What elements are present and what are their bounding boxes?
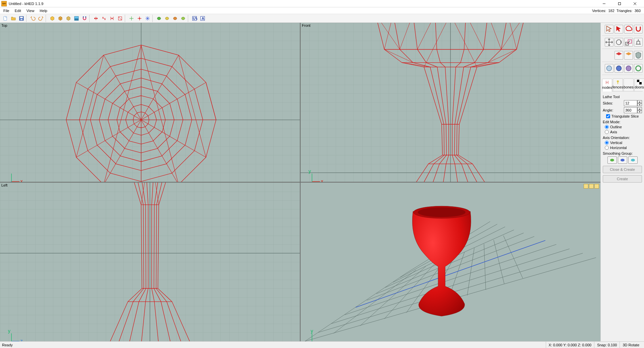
close-create-button[interactable]: Close & Create [603,166,642,173]
svg-text:z: z [20,338,22,341]
green-marker1-icon[interactable] [128,15,135,22]
select-red-arrow-icon[interactable] [614,25,623,33]
sphere4-icon[interactable] [634,64,643,73]
minimize-button[interactable] [596,0,612,7]
menu-edit[interactable]: Edit [12,8,24,13]
select-magnet-icon[interactable] [634,25,643,33]
move-icon[interactable] [605,38,613,47]
smoothing-blue-icon[interactable] [618,156,627,164]
open-file-icon[interactable] [10,15,17,22]
tab-fences[interactable]: fences [613,78,623,91]
select-arrow-icon[interactable] [605,25,613,33]
smoothing-green-icon[interactable] [607,156,617,164]
red-marker3-icon[interactable] [108,15,116,22]
orientation-horizontal-radio[interactable] [605,146,609,150]
angle-down[interactable]: ▼ [637,110,642,113]
angle-up[interactable]: ▲ [637,107,642,110]
svg-point-156 [607,66,612,71]
editmode-axis-radio[interactable] [605,130,609,134]
svg-point-167 [631,159,635,161]
svg-rect-9 [74,18,78,20]
svg-rect-41 [0,23,300,182]
create-button[interactable]: Create [603,175,642,183]
blue-cross-icon[interactable] [144,15,151,22]
viewport-top[interactable]: Top [0,23,300,182]
svg-point-16 [103,17,104,18]
magnet-icon[interactable] [81,15,88,22]
svg-point-159 [636,66,641,71]
tab-doors[interactable]: doors [634,78,644,91]
svg-point-32 [157,17,161,20]
sides-up[interactable]: ▲ [637,100,642,103]
new-file-icon[interactable] [2,15,9,22]
red-marker2-icon[interactable] [100,15,108,22]
close-button[interactable] [627,0,643,7]
svg-point-35 [181,17,185,20]
svg-rect-6 [20,17,23,18]
blob-orange-icon[interactable] [171,15,179,22]
save-file-icon[interactable] [18,15,25,22]
red-marker1-icon[interactable] [92,15,100,22]
menu-view[interactable]: View [24,8,37,13]
svg-point-17 [105,19,106,20]
tab-bones[interactable]: bones [624,78,634,91]
undo-icon[interactable] [29,15,37,22]
face-shield-icon[interactable] [634,51,643,60]
svg-point-20 [111,18,113,19]
stats-triangles-value: 360 [635,9,641,13]
sides-label: Sides: [603,101,613,105]
orientation-vertical-radio[interactable] [605,141,609,145]
sides-input[interactable] [624,100,637,106]
rotate-icon[interactable] [614,38,623,47]
viewport-gizmo-btn2[interactable] [589,184,594,189]
tab-nodes[interactable]: nodes [602,79,612,91]
red-cross-icon[interactable] [136,15,143,22]
sphere3-icon[interactable] [624,64,633,73]
extrude-icon[interactable] [634,38,643,47]
svg-text:y: y [309,168,311,174]
angle-input[interactable] [624,107,637,113]
orientation-label: Axis Orientation: [603,136,642,140]
scale-icon[interactable] [624,38,633,47]
viewport-front[interactable]: Front [301,23,600,182]
viewport-gizmo-btn1[interactable] [584,184,588,189]
svg-point-165 [610,159,614,161]
viewport-perspective[interactable]: x y z [301,183,600,342]
sides-down[interactable]: ▼ [637,103,642,106]
box-icon[interactable] [49,15,56,22]
blob-lime-icon[interactable] [179,15,187,22]
viewport-gizmo-btn3[interactable] [594,184,599,189]
angle-label: Angle: [603,108,613,112]
uv-icon[interactable]: UV [191,15,198,22]
redo-icon[interactable] [37,15,45,22]
svg-text:x: x [20,179,23,182]
text-icon[interactable]: A [199,15,206,22]
triangulate-checkbox[interactable] [606,114,610,118]
maximize-button[interactable] [612,0,627,7]
svg-line-22 [118,17,122,20]
blob-yellow-icon[interactable] [163,15,171,22]
box3-icon[interactable] [65,15,72,22]
sphere1-icon[interactable] [605,64,613,73]
menu-file[interactable]: File [1,8,12,13]
smoothing-cyan-icon[interactable] [628,156,638,164]
tools-panel: nodes fences bones doors Lathe Tool [600,23,644,341]
editmode-outline-radio[interactable] [605,125,609,129]
viewport-left[interactable]: Left [0,183,300,342]
blob-green-icon[interactable] [155,15,163,22]
red-marker4-icon[interactable] [116,15,124,22]
face-red-icon[interactable] [614,51,623,60]
svg-point-158 [626,66,631,71]
gradient-icon[interactable] [73,15,80,22]
menu-help[interactable]: Help [37,8,50,13]
sphere2-icon[interactable] [614,64,623,73]
select-lasso-icon[interactable] [624,25,633,33]
svg-point-145 [418,207,466,217]
status-coords: X: 0.000 Y: 0.000 Z: 0.000 [546,342,594,348]
svg-point-152 [616,40,622,45]
face-orange-icon[interactable] [624,51,633,60]
svg-text:y: y [311,328,313,333]
stats-vertices-label: Vertices: [592,9,606,13]
editmode-label: Edit Mode: [603,120,642,124]
box2-icon[interactable] [57,15,64,22]
